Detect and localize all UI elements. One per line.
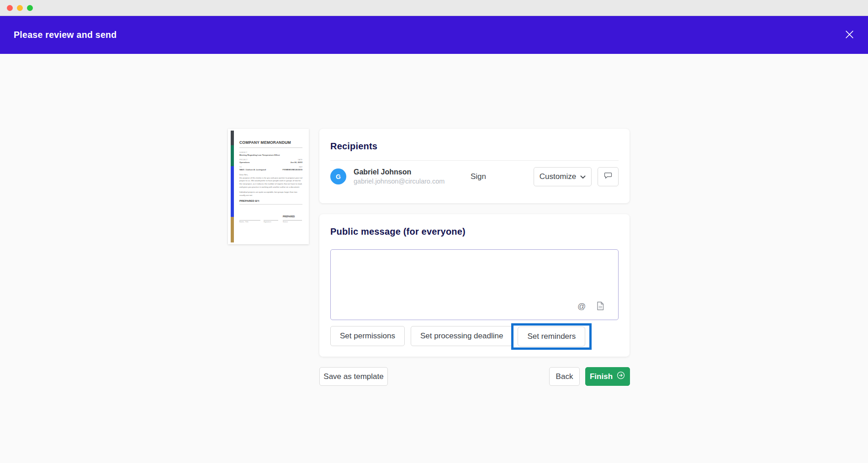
doc-project-value: Operations bbox=[239, 161, 250, 163]
set-permissions-button[interactable]: Set permissions bbox=[330, 326, 405, 346]
chevron-down-icon bbox=[580, 172, 586, 181]
back-button[interactable]: Back bbox=[549, 367, 580, 386]
save-as-template-button[interactable]: Save as template bbox=[319, 367, 388, 386]
document-title: COMPANY MEMORANDUM bbox=[239, 140, 302, 145]
doc-paragraph: the purpose of this memo is for you and … bbox=[239, 177, 302, 189]
document-thumbnail[interactable]: COMPANY MEMORANDUM SUBJECT Meeting Regar… bbox=[228, 129, 309, 244]
doc-subject-value: Meeting Regarding Low Temperature Effect bbox=[239, 154, 302, 156]
message-options: Set permissions Set processing deadline … bbox=[330, 326, 592, 350]
recipient-row: G Gabriel Johnson gabriel.johnson@circul… bbox=[330, 161, 619, 192]
mention-icon[interactable]: @ bbox=[577, 302, 586, 311]
dialog-header: Please review and send bbox=[0, 16, 868, 54]
doc-sig-col: Name, Title bbox=[239, 221, 260, 223]
window-zoom-button[interactable] bbox=[27, 5, 33, 11]
public-message-card: Public message (for everyone) @ Set perm… bbox=[319, 214, 630, 357]
doc-sig-col: Status bbox=[283, 221, 302, 223]
private-message-button[interactable] bbox=[598, 167, 619, 186]
close-button[interactable] bbox=[842, 27, 857, 43]
doc-subject-label: SUBJECT bbox=[239, 152, 302, 153]
set-reminders-highlight-box: Set reminders bbox=[511, 323, 592, 350]
page-title: Please review and send bbox=[14, 30, 117, 40]
finish-label: Finish bbox=[590, 372, 613, 381]
recipients-card: Recipients G Gabriel Johnson gabriel.joh… bbox=[319, 129, 630, 203]
doc-sig-col: Signature bbox=[264, 221, 278, 223]
window-titlebar bbox=[0, 0, 868, 16]
recipient-name: Gabriel Johnson bbox=[354, 168, 445, 176]
arrow-right-circle-icon bbox=[616, 371, 625, 382]
attach-document-icon[interactable] bbox=[597, 301, 604, 312]
set-processing-deadline-button[interactable]: Set processing deadline bbox=[411, 326, 513, 346]
doc-paragraph: Individual projects are quite acceptable… bbox=[239, 191, 302, 197]
public-message-input[interactable] bbox=[330, 249, 619, 320]
doc-ref-value: FX/MEMO/IB126/2019 bbox=[283, 168, 302, 171]
document-cover-stripe bbox=[231, 131, 234, 242]
set-reminders-button[interactable]: Set reminders bbox=[518, 326, 585, 347]
close-icon bbox=[845, 30, 854, 41]
document-preview-content: COMPANY MEMORANDUM SUBJECT Meeting Regar… bbox=[239, 140, 302, 226]
doc-prepared-by: PREPARED BY: bbox=[239, 200, 302, 202]
dialog-body: COMPANY MEMORANDUM SUBJECT Meeting Regar… bbox=[0, 54, 868, 463]
window-close-button[interactable] bbox=[7, 5, 13, 11]
recipient-role-label: Sign bbox=[471, 172, 486, 181]
customize-button[interactable]: Customize bbox=[534, 167, 592, 186]
recipients-title: Recipients bbox=[330, 129, 619, 160]
doc-signature-area: PREPARED Name, Title Signature Status bbox=[239, 216, 302, 226]
doc-salutation: Dear Sirs, bbox=[239, 174, 302, 177]
doc-to-value: SA01 / Judson A. Lovingood bbox=[239, 168, 266, 171]
window-minimize-button[interactable] bbox=[17, 5, 23, 11]
doc-date-value: Jun 06, 20XX bbox=[290, 161, 302, 163]
doc-to-label: TO bbox=[239, 166, 266, 168]
avatar: G bbox=[330, 168, 346, 184]
doc-prepared-heading: PREPARED bbox=[283, 216, 295, 218]
recipient-email: gabriel.johnson@circularo.com bbox=[354, 178, 445, 185]
customize-label: Customize bbox=[540, 172, 576, 181]
finish-button[interactable]: Finish bbox=[585, 367, 630, 386]
comment-icon bbox=[603, 171, 613, 182]
doc-ref-label: REF bbox=[283, 166, 302, 168]
public-message-title: Public message (for everyone) bbox=[319, 214, 630, 237]
doc-date-label: DATE bbox=[290, 159, 302, 161]
doc-project-label: PROJECT bbox=[239, 159, 250, 161]
